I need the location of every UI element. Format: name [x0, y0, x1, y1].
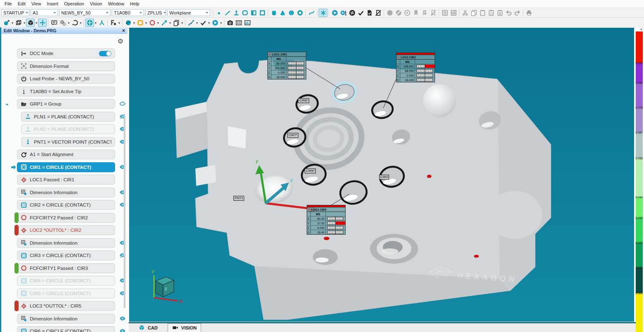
command-item[interactable]: CIR5 = CIRCLE (CONTACT) — [17, 289, 115, 298]
command-item[interactable]: CIR1 = CIRCLE (CONTACT) — [17, 162, 115, 172]
tab-cad[interactable]: CAD — [135, 324, 162, 332]
doc-cancel-button[interactable] — [374, 9, 382, 17]
menu-help[interactable]: Help — [127, 1, 142, 7]
paste-special-button[interactable] — [487, 9, 495, 17]
paste-grid-button[interactable] — [495, 9, 504, 17]
loc3-label[interactable]: LOC3 CIR5MSX80.00Y17.00Z0.000D16.40 — [307, 205, 346, 235]
path-points-button[interactable] — [187, 19, 195, 27]
cut-button[interactable] — [461, 9, 469, 17]
command-item[interactable]: DCC Mode — [17, 48, 115, 58]
command-item[interactable]: FCFCIRTY1 Passed : CIR3 — [17, 263, 115, 273]
torus-button[interactable] — [296, 9, 304, 17]
cad-view[interactable]: y x z Y X Z HEXAGON — [129, 27, 634, 322]
feature-tag[interactable]: CIR4 — [379, 175, 389, 180]
cone-button[interactable] — [278, 9, 287, 17]
continue-button[interactable] — [403, 9, 411, 17]
command-item[interactable]: Dimension Information — [17, 188, 115, 197]
redo-button[interactable] — [513, 9, 521, 17]
menu-insert[interactable]: Insert — [44, 1, 61, 7]
surface-mode-button[interactable] — [124, 19, 132, 27]
command-item[interactable]: CIR2 = CIRCLE (CONTACT) — [17, 200, 115, 210]
auto-circle-button[interactable] — [148, 19, 156, 27]
bookmark-button[interactable] — [411, 9, 420, 17]
auto-feature-button[interactable] — [319, 9, 327, 17]
chevron-down-icon[interactable]: ▾ — [35, 21, 38, 25]
chevron-down-icon[interactable]: ▾ — [11, 21, 14, 25]
chevron-down-icon[interactable]: ▾ — [144, 21, 148, 25]
menu-edit[interactable]: Edit — [15, 1, 29, 7]
undo-button[interactable] — [504, 9, 513, 17]
chevron-down-icon[interactable]: ▾ — [23, 21, 26, 25]
probe-mode-button[interactable] — [97, 19, 106, 27]
point-button[interactable] — [214, 9, 223, 17]
change-mode-button[interactable] — [348, 9, 356, 17]
command-item[interactable]: Dimension Format — [17, 61, 115, 71]
close-icon[interactable]: × — [640, 28, 642, 31]
pan-view-button[interactable] — [38, 19, 47, 27]
chevron-down-icon[interactable]: ▾ — [180, 21, 184, 25]
view-select[interactable]: ZPLUS — [145, 9, 166, 16]
validate-button[interactable] — [199, 19, 207, 27]
doc-check-button[interactable] — [365, 9, 374, 17]
wireframe-cube-button[interactable] — [14, 19, 23, 27]
execute-button[interactable] — [330, 9, 339, 17]
chevron-down-icon[interactable]: ▾ — [207, 21, 211, 25]
line-button[interactable] — [223, 9, 232, 17]
menu-vision[interactable]: Vision — [87, 1, 105, 7]
report-eo-button[interactable] — [234, 19, 243, 27]
menu-file[interactable]: File — [2, 1, 15, 7]
report-chart-button[interactable] — [243, 19, 252, 27]
stop-disabled-button[interactable] — [394, 9, 403, 17]
mark-done-button[interactable] — [356, 9, 365, 17]
move-machine-button[interactable] — [85, 19, 94, 27]
command-item[interactable]: PLN1 = PLANE (CONTACT) — [21, 112, 115, 122]
command-item[interactable]: PLN2 = PLANE (CONTACT) — [21, 124, 115, 134]
loc1-label[interactable]: LOC1 CIR1MSX80.000Y101.000Z0.000D16.400 — [267, 52, 306, 79]
cylinder-button[interactable] — [269, 9, 278, 17]
eye-outline-icon[interactable] — [119, 101, 126, 107]
rounded-rect-button[interactable] — [240, 9, 249, 17]
perpendicular-button[interactable] — [232, 9, 240, 17]
close-icon[interactable]: × — [122, 29, 125, 33]
comment-button[interactable] — [50, 19, 58, 27]
quick-path-button[interactable] — [160, 19, 168, 27]
probe-select[interactable]: NEW5_BY_50 — [59, 9, 111, 16]
chevron-down-icon[interactable]: ▾ — [79, 21, 82, 25]
chevron-down-icon[interactable]: ▾ — [168, 21, 172, 25]
auto-rect-button[interactable] — [136, 19, 144, 27]
command-item[interactable]: T1A0B0 = Set Active Tip — [17, 87, 115, 96]
camera-button[interactable] — [226, 19, 234, 27]
command-item[interactable]: CIR6 = CIRCLE (CONTACT) — [17, 326, 115, 332]
paste-button[interactable] — [478, 9, 487, 17]
square-button[interactable] — [258, 9, 267, 17]
chevron-down-icon[interactable]: ▾ — [94, 21, 97, 25]
bookmark-insert-button[interactable] — [420, 9, 429, 17]
edit-window-title-bar[interactable]: Edit Window - Demo.PRG × — [1, 27, 127, 34]
settings-gears-button[interactable] — [58, 19, 67, 27]
copy-stack-button[interactable] — [172, 19, 180, 27]
view-orientation-gizmo[interactable]: Y X Z — [151, 270, 183, 304]
menu-view[interactable]: View — [29, 1, 44, 7]
menu-operation[interactable]: Operation — [61, 1, 87, 7]
feature-tag[interactable]: CIR7* — [287, 133, 298, 138]
curve-button[interactable] — [307, 9, 316, 17]
command-item[interactable]: Load Probe - NEW5_BY_50 — [17, 74, 115, 84]
chevron-down-icon[interactable]: ▾ — [67, 21, 70, 25]
alignment-select[interactable]: STARTUP — [1, 9, 29, 16]
print-button[interactable] — [524, 9, 533, 17]
dcc-toggle[interactable] — [99, 51, 111, 56]
slot-button[interactable] — [249, 9, 258, 17]
stop-button[interactable] — [385, 9, 394, 17]
report-list-button[interactable] — [440, 9, 449, 17]
command-item[interactable]: PNT1 = VECTOR POINT (CONTACT) — [21, 137, 115, 147]
chevron-down-icon[interactable]: ▾ — [219, 21, 223, 25]
chevron-down-icon[interactable]: ▾ — [118, 21, 121, 25]
eye-open-icon[interactable] — [119, 315, 126, 322]
workplane-select[interactable]: Workplane — [167, 9, 210, 16]
menu-window[interactable]: Window — [105, 1, 127, 7]
tab-vision[interactable]: VISION — [168, 323, 201, 332]
copy-button[interactable] — [469, 9, 478, 17]
command-item[interactable]: LOC2 *OUTTOL* : CIR2 — [17, 225, 115, 235]
command-item[interactable]: GRP1 = Group — [17, 99, 115, 109]
execute-from-button[interactable] — [339, 9, 348, 17]
